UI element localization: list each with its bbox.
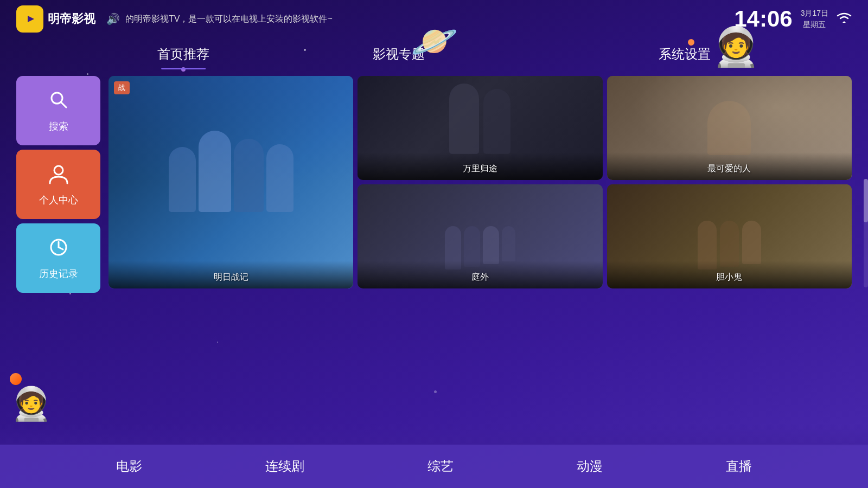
nav-settings[interactable]: 系统设置 [648,41,722,67]
nav-home[interactable]: 首页推荐 [146,41,220,67]
app-name: 明帝影视 [48,11,95,27]
content-grid: 明日战记 战 万里归途 [108,76,852,293]
movie-title-daixiaogui: 胆小鬼 [612,272,846,283]
wifi-icon [837,11,852,27]
bottom-nav-series[interactable]: 连续剧 [249,453,321,479]
search-button[interactable]: 搜索 [16,76,100,145]
featured-badge: 战 [114,81,130,94]
movie-card-daixiaogui[interactable]: 胆小鬼 [607,184,852,288]
movie-card-featured[interactable]: 明日战记 战 [108,76,353,288]
history-label: 历史记录 [39,267,78,280]
orange-ball-decoration [10,373,22,385]
main-nav: 🪐 🧑‍🚀 首页推荐 影视专题 系统设置 [0,38,868,70]
right-scrollbar[interactable] [864,179,868,287]
svg-line-7 [59,247,63,249]
profile-button[interactable]: 个人中心 [16,150,100,219]
sidebar: 搜索 个人中心 历史记录 [16,76,100,293]
movie-title-featured: 明日战记 [114,272,348,283]
movie-title-wanliguitou: 万里归途 [363,163,597,175]
header: 明帝影视 🔊 的明帝影视TV，是一款可以在电视上安装的影视软件~ 14:06 3… [0,0,868,38]
bottom-nav-movies[interactable]: 电影 [100,453,158,479]
profile-label: 个人中心 [39,194,78,207]
search-icon [48,89,69,115]
bottom-nav-anime[interactable]: 动漫 [560,453,619,479]
movie-card-wanliguitou[interactable]: 万里归途 [358,76,602,180]
speaker-icon: 🔊 [106,12,120,25]
time-display: 14:06 [734,6,792,32]
movie-title-zuikeairen: 最可爱的人 [612,163,846,175]
bottom-wave [0,424,868,446]
bottom-nav-variety[interactable]: 综艺 [411,453,470,479]
movie-card-tinwai[interactable]: 庭外 [358,184,602,288]
svg-line-3 [61,102,66,107]
logo-area: 明帝影视 [16,5,95,33]
scrollbar-thumb [864,179,868,222]
small-astronaut: 🧑‍🚀 [11,384,52,423]
clock-area: 14:06 3月17日 星期五 [734,6,852,32]
logo-icon [16,5,43,33]
bottom-nav-live[interactable]: 直播 [710,453,768,479]
date-display: 3月17日 星期五 [801,8,828,30]
nav-topics[interactable]: 影视专题 [362,41,436,67]
movie-card-zuikeairen[interactable]: 最可爱的人 [607,76,852,180]
history-icon [48,236,69,263]
bottom-nav: 电影 连续剧 综艺 动漫 直播 [0,445,868,488]
movie-title-tinwai: 庭外 [363,272,597,283]
history-button[interactable]: 历史记录 [16,223,100,293]
svg-point-4 [54,166,63,175]
profile-icon [48,163,69,189]
search-label: 搜索 [49,120,68,133]
ticker-text: 的明帝影视TV，是一款可以在电视上安装的影视软件~ [125,14,333,25]
main-content: 搜索 个人中心 历史记录 [0,70,868,298]
ticker-area: 🔊 的明帝影视TV，是一款可以在电视上安装的影视软件~ [106,12,734,25]
